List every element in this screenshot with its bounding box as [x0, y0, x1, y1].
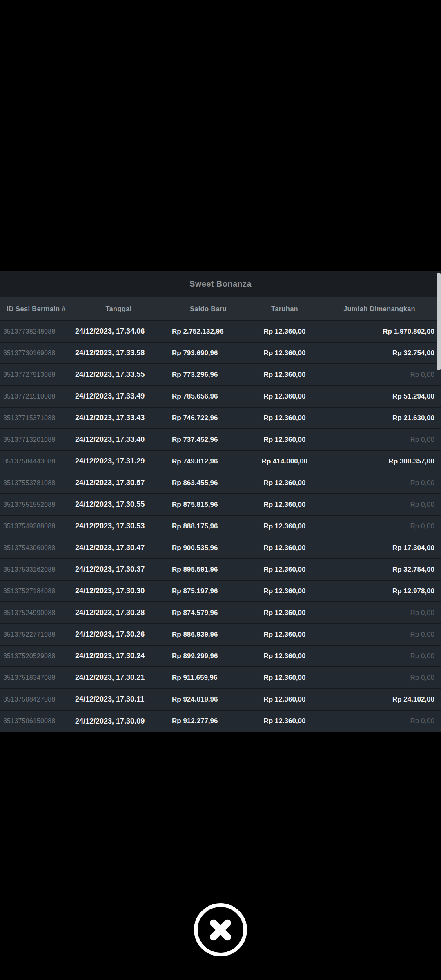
bet-cell: Rp 12.360,00 — [252, 407, 318, 429]
table-row: 35137522771088 24/12/2023, 17.30.26 Rp 8… — [0, 624, 441, 645]
column-header: Taruhan — [252, 297, 318, 321]
session-id-cell: 35137551552088 — [0, 494, 72, 515]
amount-won-cell: Rp 32.754,00 — [318, 342, 441, 364]
session-id-cell: 35137543060088 — [0, 537, 72, 559]
session-id-cell: 35137508427088 — [0, 688, 72, 710]
column-header: Saldo Baru — [165, 297, 252, 321]
column-header: Jumlah Dimenangkan — [318, 297, 441, 321]
session-id-cell: 35137715371088 — [0, 407, 72, 429]
session-id-cell: 35137727913088 — [0, 364, 72, 385]
date-cell: 24/12/2023, 17.30.21 — [72, 667, 165, 688]
table-row: 35137508427088 24/12/2023, 17.30.11 Rp 9… — [0, 688, 441, 710]
amount-won-cell: Rp 300.357,00 — [318, 450, 441, 472]
amount-won-cell: Rp 1.970.802,00 — [318, 321, 441, 342]
amount-won-cell: Rp 0,00 — [318, 667, 441, 688]
table-row: 35137738248088 24/12/2023, 17.34.06 Rp 2… — [0, 321, 441, 342]
amount-won-cell: Rp 0,00 — [318, 472, 441, 494]
table-row: 35137730169088 24/12/2023, 17.33.58 Rp 7… — [0, 342, 441, 364]
session-id-cell: 35137549288088 — [0, 515, 72, 537]
new-balance-cell: Rp 746.722,96 — [165, 407, 252, 429]
new-balance-cell: Rp 737.452,96 — [165, 429, 252, 450]
table-row: 35137713201088 24/12/2023, 17.33.40 Rp 7… — [0, 429, 441, 450]
amount-won-cell: Rp 17.304,00 — [318, 537, 441, 559]
table-header: ID Sesi Bermain #TanggalSaldo BaruTaruha… — [0, 297, 441, 321]
date-cell: 24/12/2023, 17.33.43 — [72, 407, 165, 429]
new-balance-cell: Rp 924.019,96 — [165, 688, 252, 710]
bet-cell: Rp 12.360,00 — [252, 494, 318, 515]
amount-won-cell: Rp 51.294,00 — [318, 385, 441, 407]
table-row: 35137721510088 24/12/2023, 17.33.49 Rp 7… — [0, 385, 441, 407]
new-balance-cell: Rp 785.656,96 — [165, 385, 252, 407]
game-history-screen: Sweet Bonanza ID Sesi Bermain #TanggalSa… — [0, 0, 441, 980]
bet-cell: Rp 414.000,00 — [252, 450, 318, 472]
session-id-cell: 35137713201088 — [0, 429, 72, 450]
date-cell: 24/12/2023, 17.30.55 — [72, 494, 165, 515]
bet-cell: Rp 12.360,00 — [252, 342, 318, 364]
bet-cell: Rp 12.360,00 — [252, 602, 318, 624]
bet-cell: Rp 12.360,00 — [252, 667, 318, 688]
new-balance-cell: Rp 899.299,96 — [165, 645, 252, 667]
session-id-cell: 35137522771088 — [0, 624, 72, 645]
amount-won-cell: Rp 0,00 — [318, 645, 441, 667]
table-row: 35137549288088 24/12/2023, 17.30.53 Rp 8… — [0, 515, 441, 537]
date-cell: 24/12/2023, 17.33.40 — [72, 429, 165, 450]
session-id-cell: 35137553781088 — [0, 472, 72, 494]
table-row: 35137520529088 24/12/2023, 17.30.24 Rp 8… — [0, 645, 441, 667]
amount-won-cell: Rp 0,00 — [318, 494, 441, 515]
table-row: 35137518347088 24/12/2023, 17.30.21 Rp 9… — [0, 667, 441, 688]
amount-won-cell: Rp 0,00 — [318, 624, 441, 645]
date-cell: 24/12/2023, 17.34.06 — [72, 321, 165, 342]
bet-cell: Rp 12.360,00 — [252, 580, 318, 602]
dialog-title: Sweet Bonanza — [189, 279, 252, 289]
game-history-dialog: Sweet Bonanza ID Sesi Bermain #TanggalSa… — [0, 271, 441, 732]
table-row: 35137527184088 24/12/2023, 17.30.30 Rp 8… — [0, 580, 441, 602]
bet-cell: Rp 12.360,00 — [252, 385, 318, 407]
bet-cell: Rp 12.360,00 — [252, 537, 318, 559]
new-balance-cell: Rp 912.277,96 — [165, 710, 252, 732]
close-button[interactable] — [194, 903, 247, 956]
session-id-cell: 35137524990088 — [0, 602, 72, 624]
date-cell: 24/12/2023, 17.30.30 — [72, 580, 165, 602]
date-cell: 24/12/2023, 17.30.26 — [72, 624, 165, 645]
close-icon — [198, 907, 243, 953]
new-balance-cell: Rp 793.690,96 — [165, 342, 252, 364]
new-balance-cell: Rp 911.659,96 — [165, 667, 252, 688]
amount-won-cell: Rp 0,00 — [318, 515, 441, 537]
amount-won-cell: Rp 0,00 — [318, 710, 441, 732]
amount-won-cell: Rp 0,00 — [318, 364, 441, 385]
amount-won-cell: Rp 0,00 — [318, 429, 441, 450]
date-cell: 24/12/2023, 17.30.28 — [72, 602, 165, 624]
bet-cell: Rp 12.360,00 — [252, 710, 318, 732]
session-id-cell: 35137730169088 — [0, 342, 72, 364]
date-cell: 24/12/2023, 17.30.37 — [72, 559, 165, 580]
dialog-title-bar: Sweet Bonanza — [0, 271, 441, 297]
session-id-cell: 35137527184088 — [0, 580, 72, 602]
table-row: 35137524990088 24/12/2023, 17.30.28 Rp 8… — [0, 602, 441, 624]
date-cell: 24/12/2023, 17.31.29 — [72, 450, 165, 472]
bet-cell: Rp 12.360,00 — [252, 688, 318, 710]
new-balance-cell: Rp 2.752.132,96 — [165, 321, 252, 342]
session-id-cell: 35137738248088 — [0, 321, 72, 342]
bet-cell: Rp 12.360,00 — [252, 321, 318, 342]
bet-cell: Rp 12.360,00 — [252, 559, 318, 580]
new-balance-cell: Rp 875.197,96 — [165, 580, 252, 602]
new-balance-cell: Rp 888.175,96 — [165, 515, 252, 537]
table-row: 35137584443088 24/12/2023, 17.31.29 Rp 7… — [0, 450, 441, 472]
column-header: Tanggal — [72, 297, 165, 321]
amount-won-cell: Rp 0,00 — [318, 602, 441, 624]
session-id-cell: 35137721510088 — [0, 385, 72, 407]
date-cell: 24/12/2023, 17.33.49 — [72, 385, 165, 407]
new-balance-cell: Rp 895.591,96 — [165, 559, 252, 580]
amount-won-cell: Rp 12.978,00 — [318, 580, 441, 602]
date-cell: 24/12/2023, 17.30.09 — [72, 710, 165, 732]
table-row: 35137533162088 24/12/2023, 17.30.37 Rp 8… — [0, 559, 441, 580]
new-balance-cell: Rp 875.815,96 — [165, 494, 252, 515]
amount-won-cell: Rp 21.630,00 — [318, 407, 441, 429]
bet-cell: Rp 12.360,00 — [252, 364, 318, 385]
bet-cell: Rp 12.360,00 — [252, 429, 318, 450]
bet-cell: Rp 12.360,00 — [252, 645, 318, 667]
session-history-table: ID Sesi Bermain #TanggalSaldo BaruTaruha… — [0, 297, 441, 732]
bet-cell: Rp 12.360,00 — [252, 472, 318, 494]
session-id-cell: 35137506150088 — [0, 710, 72, 732]
scrollbar-thumb[interactable] — [437, 273, 441, 370]
